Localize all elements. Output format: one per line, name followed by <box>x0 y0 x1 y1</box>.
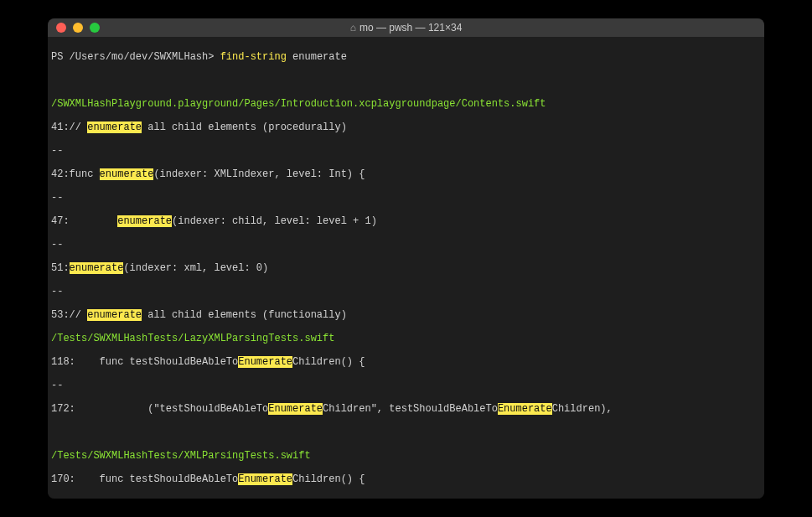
separator: -- <box>51 192 761 204</box>
result-line: 53:// enumerate all child elements (func… <box>51 309 761 321</box>
file-path: /Tests/SWXMLHashTests/XMLParsingTests.sw… <box>51 450 761 462</box>
result-line: 118: func testShouldBeAbleToEnumerateChi… <box>51 356 761 368</box>
minimize-button[interactable] <box>73 23 83 33</box>
maximize-button[interactable] <box>90 23 100 33</box>
match-highlight: enumerate <box>87 309 142 321</box>
match-highlight: Enumerate <box>238 473 292 485</box>
separator: -- <box>51 239 761 251</box>
command: find-string <box>220 51 287 63</box>
match-highlight: Enumerate <box>268 403 323 415</box>
result-line: 42:func enumerate(indexer: XMLIndexer, l… <box>51 168 761 180</box>
separator: -- <box>51 497 761 499</box>
match-highlight: Enumerate <box>238 356 292 368</box>
blank-line <box>51 75 761 86</box>
separator: -- <box>51 380 761 391</box>
separator: -- <box>51 145 761 157</box>
prompt-line: PS /Users/mo/dev/SWXMLHash> find-string … <box>51 51 761 63</box>
match-highlight: enumerate <box>87 121 142 133</box>
home-icon: ⌂ <box>350 22 356 34</box>
match-highlight: enumerate <box>70 262 124 274</box>
result-line: 47: enumerate(indexer: child, level: lev… <box>51 215 761 227</box>
terminal-body[interactable]: PS /Users/mo/dev/SWXMLHash> find-string … <box>48 37 764 499</box>
window-title: ⌂mo — pwsh — 121×34 <box>48 22 764 34</box>
match-highlight: enumerate <box>117 215 172 227</box>
match-highlight: enumerate <box>100 168 154 180</box>
result-line: 41:// enumerate all child elements (proc… <box>51 121 761 133</box>
result-line: 170: func testShouldBeAbleToEnumerateChi… <box>51 473 761 485</box>
result-line: 51:enumerate(indexer: xml, level: 0) <box>51 262 761 274</box>
file-path: /Tests/SWXMLHashTests/LazyXMLParsingTest… <box>51 333 761 344</box>
terminal-window: ⌂mo — pwsh — 121×34 PS /Users/mo/dev/SWX… <box>48 18 764 499</box>
result-line: 172: ("testShouldBeAbleToEnumerateChildr… <box>51 403 761 415</box>
traffic-lights <box>48 23 100 33</box>
close-button[interactable] <box>56 23 66 33</box>
blank-line <box>51 427 761 438</box>
match-highlight: Enumerate <box>498 403 552 415</box>
file-path: /SWXMLHashPlayground.playground/Pages/In… <box>51 98 761 110</box>
titlebar: ⌂mo — pwsh — 121×34 <box>48 18 764 37</box>
separator: -- <box>51 286 761 297</box>
